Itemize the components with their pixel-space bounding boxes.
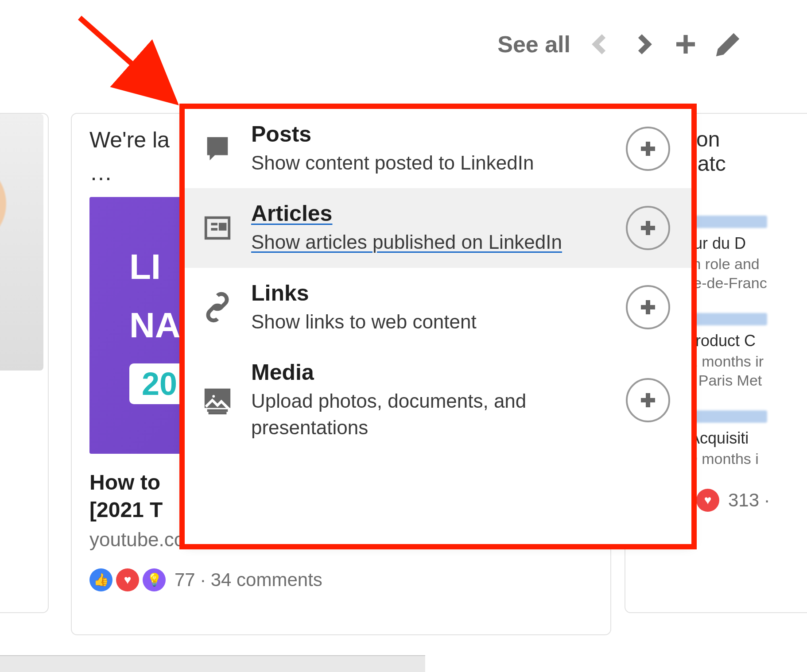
add-button[interactable]	[626, 206, 670, 250]
add-button[interactable]	[626, 285, 670, 329]
activity-card-left[interactable]: Evab ɔer ɔ…	[0, 113, 49, 613]
menu-item-links[interactable]: Links Show links to web content	[185, 268, 691, 347]
menu-item-title: Posts	[251, 121, 610, 147]
menu-item-title: Articles	[251, 201, 610, 226]
menu-item-desc: Upload photos, documents, and presentati…	[251, 388, 610, 440]
heart-icon: ♥	[116, 568, 139, 591]
edit-icon[interactable]	[716, 32, 741, 57]
reactions-row[interactable]: 👍 ♥ 💡 77 · 34 comments	[89, 568, 593, 591]
reaction-count: 313 ·	[728, 490, 769, 511]
menu-item-desc: Show links to web content	[251, 309, 610, 335]
menu-item-media[interactable]: Media Upload photos, documents, and pres…	[185, 347, 691, 453]
add-icon[interactable]	[673, 32, 698, 57]
chevron-right-icon[interactable]	[631, 32, 656, 57]
card-left-ellipsis: ɔ…	[0, 420, 30, 445]
link-icon	[200, 290, 235, 325]
menu-item-desc: Show content posted to LinkedIn	[251, 150, 610, 176]
menu-item-text: Posts Show content posted to LinkedIn	[251, 121, 610, 176]
svg-line-2	[80, 18, 175, 102]
menu-item-title: Media	[251, 359, 610, 385]
insight-icon: 💡	[143, 568, 166, 591]
menu-item-articles[interactable]: Articles Show articles published on Link…	[185, 188, 691, 267]
activity-toolbar: See all	[497, 31, 741, 58]
reaction-count: 77 · 34 comments	[175, 569, 322, 591]
card-left-snippet: ɔer	[0, 388, 30, 413]
chevron-left-icon[interactable]	[588, 32, 613, 57]
like-icon: 👍	[89, 568, 113, 591]
svg-point-14	[211, 394, 216, 399]
svg-rect-8	[220, 224, 225, 229]
browser-statusbar	[0, 655, 425, 672]
thumb-text-1: LI	[129, 247, 161, 287]
menu-item-posts[interactable]: Posts Show content posted to LinkedIn	[185, 109, 691, 188]
menu-item-title: Links	[251, 280, 610, 306]
thumb-text-2: NA	[129, 305, 181, 346]
menu-item-text: Links Show links to web content	[251, 280, 610, 335]
add-button[interactable]	[626, 127, 670, 171]
media-icon	[200, 382, 235, 418]
avatar-image	[0, 114, 43, 371]
article-icon	[200, 210, 235, 246]
add-button[interactable]	[626, 378, 670, 422]
heart-icon: ♥	[696, 489, 719, 512]
add-featured-menu: Posts Show content posted to LinkedIn Ar…	[185, 109, 691, 544]
menu-item-text: Media Upload photos, documents, and pres…	[251, 359, 610, 440]
see-all-link[interactable]: See all	[497, 31, 570, 58]
menu-item-text: Articles Show articles published on Link…	[251, 201, 610, 255]
post-icon	[200, 131, 235, 166]
menu-item-desc: Show articles published on LinkedIn	[251, 229, 610, 255]
